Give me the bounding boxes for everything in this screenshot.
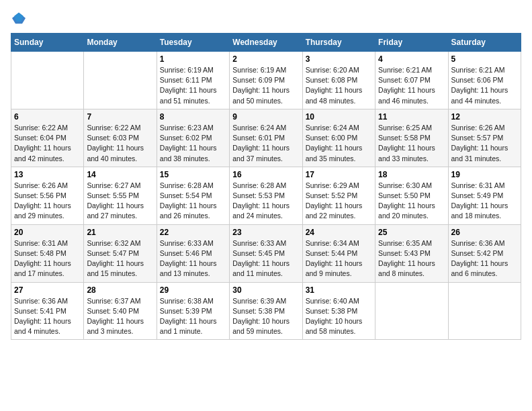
calendar-cell bbox=[375, 282, 448, 340]
calendar-cell: 27Sunrise: 6:36 AM Sunset: 5:41 PM Dayli… bbox=[11, 282, 84, 340]
day-number: 19 bbox=[451, 170, 518, 179]
calendar-cell: 24Sunrise: 6:34 AM Sunset: 5:44 PM Dayli… bbox=[302, 224, 375, 282]
day-number: 3 bbox=[306, 54, 372, 64]
day-detail: Sunrise: 6:37 AM Sunset: 5:40 PM Dayligh… bbox=[87, 296, 153, 337]
day-number: 9 bbox=[232, 112, 299, 122]
day-detail: Sunrise: 6:19 AM Sunset: 6:09 PM Dayligh… bbox=[232, 65, 299, 106]
day-detail: Sunrise: 6:22 AM Sunset: 6:03 PM Dayligh… bbox=[87, 123, 153, 164]
day-number: 25 bbox=[378, 228, 445, 237]
calendar-cell: 17Sunrise: 6:29 AM Sunset: 5:52 PM Dayli… bbox=[302, 167, 375, 224]
calendar-cell: 15Sunrise: 6:28 AM Sunset: 5:54 PM Dayli… bbox=[157, 167, 229, 224]
day-detail: Sunrise: 6:31 AM Sunset: 5:49 PM Dayligh… bbox=[451, 181, 518, 222]
calendar-cell: 6Sunrise: 6:22 AM Sunset: 6:04 PM Daylig… bbox=[11, 109, 84, 167]
calendar-cell: 16Sunrise: 6:28 AM Sunset: 5:53 PM Dayli… bbox=[230, 167, 302, 224]
calendar-week-2: 6Sunrise: 6:22 AM Sunset: 6:04 PM Daylig… bbox=[11, 109, 521, 167]
day-number: 14 bbox=[87, 170, 153, 179]
day-detail: Sunrise: 6:28 AM Sunset: 5:54 PM Dayligh… bbox=[160, 181, 226, 222]
day-number: 7 bbox=[87, 112, 153, 122]
calendar-week-4: 20Sunrise: 6:31 AM Sunset: 5:48 PM Dayli… bbox=[11, 224, 521, 282]
day-number: 28 bbox=[87, 285, 153, 295]
day-detail: Sunrise: 6:19 AM Sunset: 6:11 PM Dayligh… bbox=[160, 65, 226, 106]
calendar-header-thursday: Thursday bbox=[302, 34, 375, 52]
day-detail: Sunrise: 6:24 AM Sunset: 6:01 PM Dayligh… bbox=[232, 123, 299, 164]
calendar-table: SundayMondayTuesdayWednesdayThursdayFrid… bbox=[11, 33, 521, 340]
day-detail: Sunrise: 6:26 AM Sunset: 5:56 PM Dayligh… bbox=[14, 181, 81, 222]
day-detail: Sunrise: 6:36 AM Sunset: 5:42 PM Dayligh… bbox=[451, 238, 518, 279]
day-detail: Sunrise: 6:23 AM Sunset: 6:02 PM Dayligh… bbox=[160, 123, 226, 164]
day-number: 29 bbox=[160, 285, 226, 295]
calendar-cell: 30Sunrise: 6:39 AM Sunset: 5:38 PM Dayli… bbox=[230, 282, 302, 340]
calendar-cell: 13Sunrise: 6:26 AM Sunset: 5:56 PM Dayli… bbox=[11, 167, 84, 224]
day-detail: Sunrise: 6:30 AM Sunset: 5:50 PM Dayligh… bbox=[378, 181, 445, 222]
day-number: 20 bbox=[14, 228, 81, 237]
day-number: 12 bbox=[451, 112, 518, 122]
calendar-header-monday: Monday bbox=[84, 34, 157, 52]
day-detail: Sunrise: 6:38 AM Sunset: 5:39 PM Dayligh… bbox=[160, 296, 226, 337]
day-detail: Sunrise: 6:27 AM Sunset: 5:55 PM Dayligh… bbox=[87, 181, 153, 222]
calendar-cell: 3Sunrise: 6:20 AM Sunset: 6:08 PM Daylig… bbox=[302, 52, 375, 109]
day-detail: Sunrise: 6:28 AM Sunset: 5:53 PM Dayligh… bbox=[232, 181, 299, 222]
day-detail: Sunrise: 6:26 AM Sunset: 5:57 PM Dayligh… bbox=[451, 123, 518, 164]
calendar-cell: 28Sunrise: 6:37 AM Sunset: 5:40 PM Dayli… bbox=[84, 282, 157, 340]
day-detail: Sunrise: 6:39 AM Sunset: 5:38 PM Dayligh… bbox=[232, 296, 299, 337]
calendar-cell bbox=[84, 52, 157, 109]
day-detail: Sunrise: 6:22 AM Sunset: 6:04 PM Dayligh… bbox=[14, 123, 81, 164]
calendar-cell: 8Sunrise: 6:23 AM Sunset: 6:02 PM Daylig… bbox=[157, 109, 229, 167]
day-number: 4 bbox=[378, 54, 445, 64]
day-number: 6 bbox=[14, 112, 81, 122]
day-detail: Sunrise: 6:29 AM Sunset: 5:52 PM Dayligh… bbox=[306, 181, 372, 222]
calendar-cell: 23Sunrise: 6:33 AM Sunset: 5:45 PM Dayli… bbox=[230, 224, 302, 282]
calendar-cell: 11Sunrise: 6:25 AM Sunset: 5:58 PM Dayli… bbox=[375, 109, 448, 167]
day-detail: Sunrise: 6:20 AM Sunset: 6:08 PM Dayligh… bbox=[306, 65, 372, 106]
calendar-header-row: SundayMondayTuesdayWednesdayThursdayFrid… bbox=[11, 34, 521, 52]
day-number: 13 bbox=[14, 170, 81, 179]
day-number: 23 bbox=[232, 228, 299, 237]
calendar-cell: 12Sunrise: 6:26 AM Sunset: 5:57 PM Dayli… bbox=[448, 109, 521, 167]
day-detail: Sunrise: 6:31 AM Sunset: 5:48 PM Dayligh… bbox=[14, 238, 81, 279]
day-number: 27 bbox=[14, 285, 81, 295]
calendar-cell: 22Sunrise: 6:33 AM Sunset: 5:46 PM Dayli… bbox=[157, 224, 229, 282]
calendar-cell bbox=[11, 52, 84, 109]
day-detail: Sunrise: 6:34 AM Sunset: 5:44 PM Dayligh… bbox=[306, 238, 372, 279]
calendar-header-friday: Friday bbox=[375, 34, 448, 52]
day-number: 1 bbox=[160, 54, 226, 64]
calendar-week-5: 27Sunrise: 6:36 AM Sunset: 5:41 PM Dayli… bbox=[11, 282, 521, 340]
logo-icon bbox=[11, 11, 27, 25]
day-number: 5 bbox=[451, 54, 518, 64]
day-number: 10 bbox=[306, 112, 372, 122]
day-number: 18 bbox=[378, 170, 445, 179]
day-number: 16 bbox=[232, 170, 299, 179]
calendar-cell: 10Sunrise: 6:24 AM Sunset: 6:00 PM Dayli… bbox=[302, 109, 375, 167]
day-number: 8 bbox=[160, 112, 226, 122]
day-detail: Sunrise: 6:33 AM Sunset: 5:45 PM Dayligh… bbox=[232, 238, 299, 279]
logo bbox=[11, 11, 30, 25]
day-number: 2 bbox=[232, 54, 299, 64]
calendar-cell: 1Sunrise: 6:19 AM Sunset: 6:11 PM Daylig… bbox=[157, 52, 229, 109]
day-detail: Sunrise: 6:40 AM Sunset: 5:38 PM Dayligh… bbox=[306, 296, 372, 337]
calendar-cell bbox=[448, 282, 521, 340]
day-detail: Sunrise: 6:33 AM Sunset: 5:46 PM Dayligh… bbox=[160, 238, 226, 279]
calendar-cell: 31Sunrise: 6:40 AM Sunset: 5:38 PM Dayli… bbox=[302, 282, 375, 340]
day-detail: Sunrise: 6:32 AM Sunset: 5:47 PM Dayligh… bbox=[87, 238, 153, 279]
calendar-header-tuesday: Tuesday bbox=[157, 34, 229, 52]
day-number: 31 bbox=[306, 285, 372, 295]
day-number: 15 bbox=[160, 170, 226, 179]
day-detail: Sunrise: 6:25 AM Sunset: 5:58 PM Dayligh… bbox=[378, 123, 445, 164]
day-detail: Sunrise: 6:21 AM Sunset: 6:06 PM Dayligh… bbox=[451, 65, 518, 106]
calendar-cell: 2Sunrise: 6:19 AM Sunset: 6:09 PM Daylig… bbox=[230, 52, 302, 109]
day-number: 17 bbox=[306, 170, 372, 179]
day-number: 26 bbox=[451, 228, 518, 237]
day-number: 11 bbox=[378, 112, 445, 122]
calendar-cell: 14Sunrise: 6:27 AM Sunset: 5:55 PM Dayli… bbox=[84, 167, 157, 224]
day-detail: Sunrise: 6:21 AM Sunset: 6:07 PM Dayligh… bbox=[378, 65, 445, 106]
calendar-cell: 26Sunrise: 6:36 AM Sunset: 5:42 PM Dayli… bbox=[448, 224, 521, 282]
calendar-cell: 21Sunrise: 6:32 AM Sunset: 5:47 PM Dayli… bbox=[84, 224, 157, 282]
calendar-header-sunday: Sunday bbox=[11, 34, 84, 52]
calendar-cell: 7Sunrise: 6:22 AM Sunset: 6:03 PM Daylig… bbox=[84, 109, 157, 167]
day-detail: Sunrise: 6:35 AM Sunset: 5:43 PM Dayligh… bbox=[378, 238, 445, 279]
calendar-header-wednesday: Wednesday bbox=[230, 34, 302, 52]
day-number: 30 bbox=[232, 285, 299, 295]
day-detail: Sunrise: 6:36 AM Sunset: 5:41 PM Dayligh… bbox=[14, 296, 81, 337]
calendar-week-1: 1Sunrise: 6:19 AM Sunset: 6:11 PM Daylig… bbox=[11, 52, 521, 109]
day-number: 21 bbox=[87, 228, 153, 237]
